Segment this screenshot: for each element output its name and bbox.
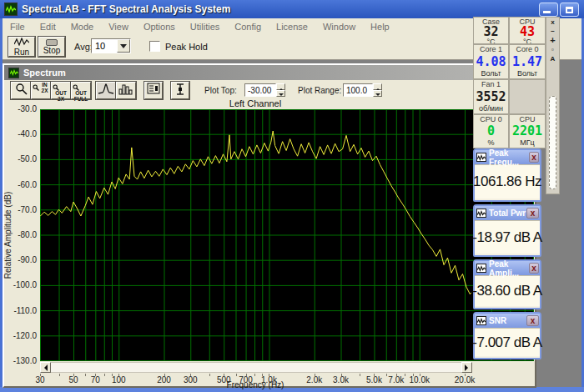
x-tick-label: 5.0k (366, 375, 382, 384)
menu-window[interactable]: Window (315, 20, 363, 33)
close-icon[interactable]: x (529, 152, 539, 163)
chevron-down-icon (120, 44, 127, 52)
zoom-in-2x-button[interactable]: IN 2X (31, 82, 51, 99)
widget-title-bar[interactable]: Peak Frequ... x (475, 150, 540, 164)
widget-title-bar[interactable]: Peak Ampli... x (475, 261, 540, 275)
widget-title: Peak Ampli... (489, 259, 529, 278)
menu-view[interactable]: View (101, 20, 136, 33)
hw-move-icon[interactable]: + (546, 36, 559, 45)
peak-frequency-widget: Peak Frequ... x 1061.86 Hz (473, 148, 541, 202)
x-axis-label: Frequency (Hz) (205, 380, 305, 389)
total-power-value: -18.97 dB A (472, 229, 541, 246)
x-tick-label: 300 (184, 375, 198, 384)
y-tick-label: -80.0 (3, 230, 37, 239)
peak-hold-label: Peak Hold (165, 42, 208, 52)
bar-plot-mode-button[interactable] (116, 82, 136, 99)
magnifier-icon (33, 84, 39, 91)
close-icon[interactable]: x (526, 208, 539, 219)
spin-down-icon[interactable] (373, 90, 382, 97)
stop-button[interactable]: Stop (38, 37, 65, 57)
widget-value-panel: -7.007 dB A (475, 328, 540, 356)
minimize-button[interactable] (539, 3, 558, 17)
snr-widget: SNR x -7.007 dB A (473, 312, 541, 359)
avg-label: Avg: (74, 42, 93, 52)
line-plot-mode-button[interactable] (96, 82, 116, 99)
hw-panel-toolbar: x − + ▫ A (546, 17, 560, 194)
zoom-out-full-button[interactable]: OUT FULL (71, 82, 91, 99)
menu-help[interactable]: Help (363, 20, 397, 33)
marker-button[interactable] (171, 82, 189, 99)
plot-top-input[interactable]: -30.00 (244, 83, 276, 97)
menu-utilities[interactable]: Utilities (183, 20, 227, 33)
x-tick-mark (236, 374, 237, 376)
scroll-left-button[interactable] (40, 362, 51, 373)
hw-close-button[interactable]: x (546, 18, 559, 27)
peak-frequency-value: 1061.86 Hz (473, 173, 541, 190)
plot-top-spinner[interactable] (276, 83, 285, 97)
x-tick-mark (209, 374, 210, 376)
hw-box-icon[interactable]: ▫ (546, 45, 559, 54)
run-button[interactable]: Run (8, 37, 35, 57)
hardware-monitor-panel: Case 32 °C CPU 43 °C Core 1 4.08 Вольт C… (473, 17, 546, 148)
menu-mode[interactable]: Mode (63, 20, 102, 33)
x-tick-label: 50 (68, 375, 78, 384)
hw-slider[interactable] (549, 96, 556, 189)
waveform-icon (476, 153, 486, 162)
y-tick-label: -70.0 (3, 205, 37, 214)
scroll-right-button[interactable] (461, 362, 472, 373)
hw-cell-core0-voltage: Core 0 1.47 Вольт (509, 44, 546, 79)
close-icon[interactable]: x (526, 315, 539, 326)
options-dialog-icon (147, 83, 160, 94)
hw-cell-fan-speed: Fan 1 3552 об/мин (473, 79, 509, 114)
maximize-button[interactable] (560, 3, 579, 17)
menu-license[interactable]: License (269, 20, 315, 33)
menu-config[interactable]: Config (227, 20, 269, 33)
avg-combobox[interactable]: 10 (91, 38, 131, 53)
plot-range-input[interactable]: 100.0 (343, 83, 373, 97)
display-options-button[interactable] (144, 82, 163, 99)
arrow-left-icon (41, 364, 48, 371)
widget-title-bar[interactable]: SNR x (475, 314, 540, 328)
snr-value: -7.007 dB A (472, 334, 541, 351)
spin-up-icon[interactable] (373, 83, 382, 90)
stop-label: Stop (39, 46, 64, 55)
spectrum-chart (40, 109, 534, 361)
y-tick-label: -100.0 (3, 280, 37, 289)
hw-cell-core1-voltage: Core 1 4.08 Вольт (473, 44, 509, 79)
combo-dropdown-button[interactable] (117, 39, 130, 53)
x-tick-label: 7.0k (388, 375, 404, 384)
menu-file[interactable]: File (3, 20, 33, 33)
y-tick-label: -40.0 (3, 129, 37, 138)
chart-title: Left Channel (205, 98, 305, 108)
peak-amplitude-value: -38.60 dB A (472, 283, 541, 299)
x-tick-mark (85, 374, 86, 376)
plot-top-label: Plot Top: (204, 86, 237, 95)
plot-area[interactable] (40, 109, 534, 361)
spectrum-title: Spectrum (23, 68, 66, 78)
run-label: Run (9, 48, 34, 57)
x-tick-mark (405, 374, 405, 376)
app-icon (4, 3, 18, 16)
widget-title-bar[interactable]: Total Pwr x (475, 206, 540, 220)
peak-hold-checkbox[interactable] (149, 41, 160, 52)
spectrum-title-bar[interactable]: Spectrum (4, 65, 535, 80)
zoom-out-2x-button[interactable]: OUT 2X (51, 82, 71, 99)
waveform-icon (476, 316, 486, 325)
spin-up-icon[interactable] (276, 83, 285, 90)
menu-edit[interactable]: Edit (33, 20, 63, 33)
title-bar[interactable]: SpectraLAB - FFT Spectral Analysis Syste… (0, 0, 584, 18)
zoom-select-button[interactable] (11, 82, 31, 99)
horizontal-scrollbar[interactable] (40, 362, 472, 373)
close-icon[interactable]: x (529, 263, 539, 274)
x-tick-label: 30 (35, 375, 44, 384)
spin-down-icon[interactable] (276, 90, 285, 97)
menu-options[interactable]: Options (136, 20, 183, 33)
hw-cell-cpu-temp: CPU 43 °C (509, 17, 546, 44)
plot-range-spinner[interactable] (373, 83, 382, 97)
x-tick-label: 20.0k (455, 375, 475, 384)
magnifier-icon (15, 83, 28, 95)
x-tick-mark (360, 374, 360, 376)
hw-cell-empty (509, 79, 546, 114)
hw-a-icon[interactable]: A (546, 54, 559, 63)
y-tick-label: -50.0 (3, 154, 37, 163)
